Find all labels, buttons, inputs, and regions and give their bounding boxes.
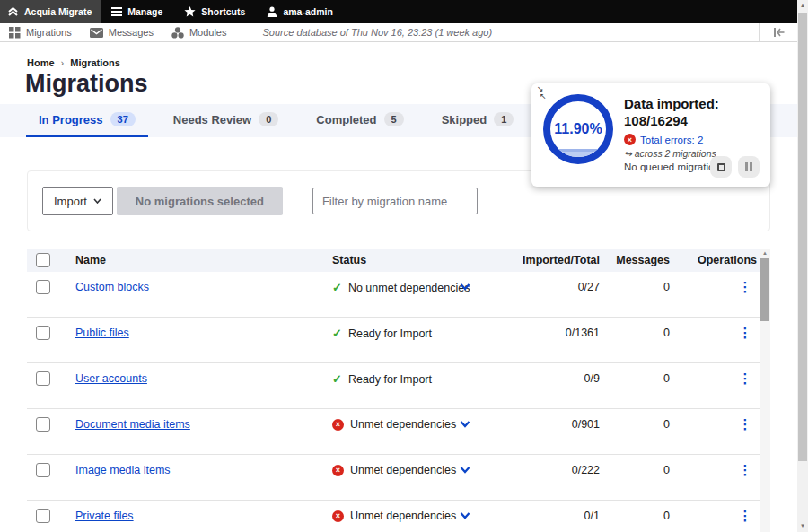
messages-count: 0 (610, 327, 670, 339)
migration-name-link[interactable]: Document media items (75, 418, 190, 431)
table-row: Public files ✓ Ready for Import 0/1361 0… (27, 318, 760, 363)
row-checkbox[interactable] (36, 463, 50, 477)
row-checkbox[interactable] (36, 326, 50, 340)
data-imported-label: Data imported: (624, 95, 763, 112)
nav-messages[interactable]: Messages (81, 27, 162, 38)
page-scroll-up-icon[interactable]: ▲ (797, 0, 808, 11)
resize-handle-icon[interactable]: ↘ ↖ (537, 85, 551, 103)
status-success-icon: ✓ (332, 372, 342, 386)
imported-total-value: 0/1 (476, 510, 600, 522)
row-operations-button[interactable]: ⋮ (736, 416, 754, 432)
page-scrollbar[interactable]: ▲ ▼ (797, 0, 808, 532)
header-status: Status (332, 249, 366, 272)
table-scrollbar-thumb[interactable] (760, 258, 769, 321)
chevron-down-icon (93, 198, 101, 204)
expand-dependencies-icon[interactable] (460, 512, 470, 519)
import-status-card: ↘ ↖ 11.90% Data imported: 108/16294 × To… (531, 83, 770, 187)
tab-label: In Progress (39, 113, 103, 126)
row-operations-button[interactable]: ⋮ (736, 508, 754, 523)
stop-icon (717, 163, 725, 171)
data-imported-fraction: 108/16294 (624, 112, 763, 129)
grid-icon (9, 27, 21, 39)
messages-count: 0 (610, 510, 670, 522)
status-error-icon: × (332, 419, 344, 431)
tab-needs-review[interactable]: Needs Review 0 (161, 104, 292, 137)
tab-label: Needs Review (173, 113, 251, 126)
tab-count-badge: 1 (494, 112, 514, 126)
double-chevron-up-icon (7, 6, 19, 17)
tab-in-progress[interactable]: In Progress 37 (26, 104, 148, 137)
table-body: Custom blocks ✓ No unmet dependencies 0/… (27, 272, 760, 532)
status-text: No unmet dependencies (348, 282, 470, 294)
header-name: Name (75, 249, 106, 272)
user-icon (267, 6, 277, 17)
table-row: User accounts ✓ Ready for Import 0/9 0 ⋮ (27, 363, 760, 409)
tab-skipped[interactable]: Skipped 1 (429, 104, 527, 137)
expand-dependencies-icon[interactable] (460, 467, 470, 474)
imported-total-value: 0/27 (476, 281, 600, 293)
imported-total-value: 0/9 (476, 372, 600, 385)
user-menu[interactable]: ama-admin (256, 0, 343, 23)
row-operations-button[interactable]: ⋮ (736, 279, 754, 294)
page-scroll-down-icon[interactable]: ▼ (797, 520, 808, 531)
collapse-panel-button[interactable] (759, 23, 797, 41)
pause-icon (745, 162, 752, 171)
table-row: Document media items × Unmet dependencie… (27, 409, 760, 455)
breadcrumb-home-link[interactable]: Home (27, 57, 55, 68)
nav-migrations[interactable]: Migrations (0, 27, 81, 39)
shortcuts-menu[interactable]: Shortcuts (173, 0, 256, 23)
migration-name-link[interactable]: Image media items (75, 464, 171, 476)
messages-count: 0 (610, 281, 670, 293)
expand-dependencies-icon[interactable] (460, 283, 470, 291)
status-success-icon: ✓ (332, 281, 342, 294)
row-checkbox[interactable] (36, 509, 50, 523)
migration-name-link[interactable]: User accounts (75, 372, 147, 385)
app-window: Acquia Migrate Manage Shortcuts ama-admi… (0, 0, 808, 532)
collapse-left-icon (773, 28, 785, 37)
page-title: Migrations (25, 70, 148, 98)
imported-total-value: 0/222 (476, 464, 600, 476)
migration-name-link[interactable]: Custom blocks (75, 281, 149, 293)
selection-status-button[interactable]: No migrations selected (117, 187, 283, 215)
table-header: Name Status Imported/Total Messages Oper… (27, 249, 760, 272)
filter-migrations-input[interactable] (312, 188, 478, 214)
messages-count: 0 (610, 464, 670, 476)
row-checkbox[interactable] (36, 280, 50, 294)
acquia-migrate-menu[interactable]: Acquia Migrate (0, 0, 101, 23)
row-operations-button[interactable]: ⋮ (736, 462, 754, 477)
select-all-checkbox[interactable] (36, 253, 50, 267)
pause-button[interactable] (738, 156, 760, 178)
row-checkbox[interactable] (36, 417, 50, 432)
star-icon (184, 6, 196, 17)
row-checkbox[interactable] (36, 371, 50, 386)
migration-name-link[interactable]: Public files (75, 327, 129, 339)
tab-completed[interactable]: Completed 5 (303, 104, 416, 137)
page-scrollbar-thumb[interactable] (798, 13, 807, 461)
tab-count-badge: 37 (110, 112, 136, 126)
progress-percent: 11.90% (550, 101, 606, 157)
status-error-icon: × (332, 510, 344, 522)
source-database-note: Source database of Thu Nov 16, 23:23 (1 … (262, 27, 492, 38)
stop-button[interactable] (710, 156, 732, 178)
import-dropdown-button[interactable]: Import (42, 187, 113, 215)
table-scrollbar[interactable]: ▲ (760, 249, 770, 532)
nav-modules[interactable]: Modules (162, 27, 236, 39)
migration-name-link[interactable]: Private files (75, 510, 134, 522)
imported-total-value: 0/901 (476, 418, 600, 431)
tab-label: Completed (316, 113, 376, 126)
error-icon: × (624, 134, 636, 145)
row-operations-button[interactable]: ⋮ (736, 325, 754, 340)
expand-dependencies-icon[interactable] (460, 421, 470, 428)
tab-count-badge: 0 (259, 112, 278, 126)
messages-count: 0 (610, 418, 670, 431)
scroll-up-icon[interactable]: ▲ (760, 249, 770, 257)
progress-donut: 11.90% (543, 94, 613, 164)
total-errors-link[interactable]: Total errors: 2 (640, 135, 703, 145)
admin-toolbar: Acquia Migrate Manage Shortcuts ama-admi… (0, 0, 797, 23)
messages-count: 0 (610, 372, 670, 385)
modules-icon (171, 27, 184, 39)
status-text: Unmet dependencies (350, 464, 456, 476)
row-operations-button[interactable]: ⋮ (736, 371, 754, 386)
manage-menu[interactable]: Manage (101, 0, 173, 23)
breadcrumb: Home › Migrations (27, 57, 120, 68)
